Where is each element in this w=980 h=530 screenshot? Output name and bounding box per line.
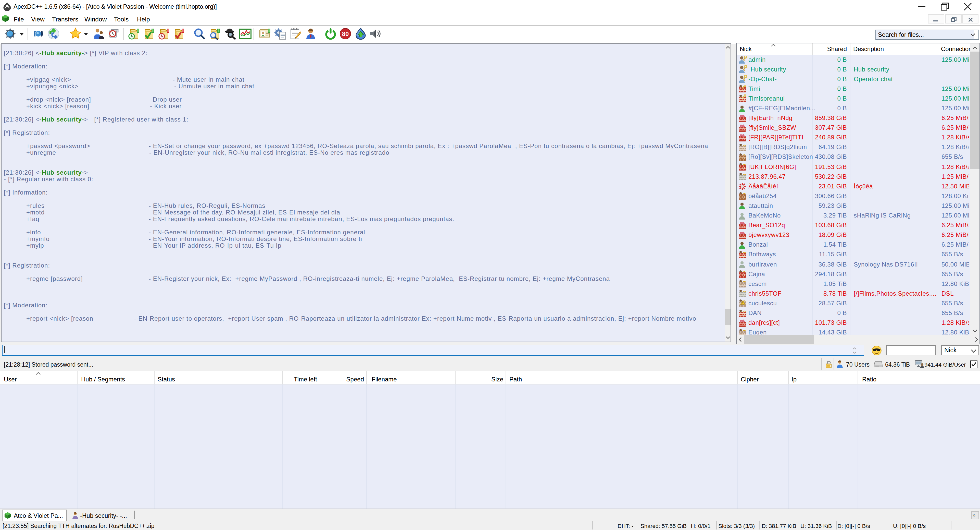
svg-text:80: 80 (342, 30, 349, 37)
